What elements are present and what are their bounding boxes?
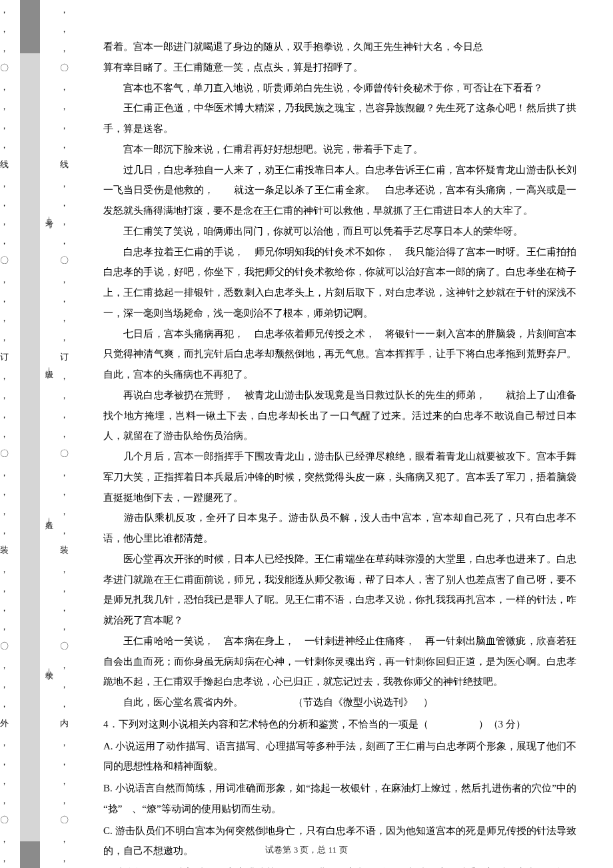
fold-mark: ， — [0, 372, 9, 380]
fold-mark: ， — [60, 141, 69, 149]
fold-mark: ， — [0, 314, 9, 322]
fold-mark: ， — [0, 757, 9, 766]
fold-mark: ， — [0, 738, 9, 747]
gutter-light-mid — [20, 53, 40, 841]
fold-mark: 〇 — [0, 642, 9, 650]
para-line: 看着。宫本一郎进门就喝退了身边的随从，双手抱拳说，久闻王先生神针大名，今日总 — [103, 37, 576, 57]
para-line: 自此，医心堂名震省内外。 （节选自《微型小说选刊》 ） — [103, 692, 576, 713]
fold-mark: 线 — [0, 160, 9, 169]
fold-mark: ， — [60, 217, 69, 226]
fold-mark: 〇 — [60, 815, 69, 824]
para-line: 王仁甫笑了笑说，咱俩师出同门，你就可以治他，而且可以凭着手艺尽享日本人的荣华呀。 — [103, 221, 576, 242]
fold-mark: ， — [60, 102, 69, 111]
fold-mark: ， — [0, 5, 9, 14]
school-label: 校学 — [45, 665, 54, 666]
para-line: 游击队乘机反攻，全歼了日本鬼子。游击队员不解，没人击中宫本，宫本却自己死了，只有… — [103, 508, 576, 549]
para-line: 医心堂再次开张的时候，日本人已经投降。王仁甫端坐在草药味弥漫的大堂里，白忠孝也进… — [103, 549, 576, 631]
fold-mark: 〇 — [0, 256, 9, 264]
fold-mark: 〇 — [60, 449, 69, 458]
fold-mark: ， — [60, 25, 69, 33]
fold-mark: ， — [0, 199, 9, 207]
class-label: 级班 — [45, 364, 54, 365]
fold-mark: ， — [60, 430, 69, 438]
fold-mark: 订 — [0, 352, 9, 361]
gutter-dark-top — [20, 0, 40, 53]
fold-mark: ， — [60, 738, 69, 747]
fold-mark: ， — [60, 565, 69, 574]
fold-mark: 装 — [60, 546, 69, 554]
fold-mark: ， — [0, 777, 9, 785]
fold-mark: ， — [0, 141, 9, 149]
fold-mark: ， — [0, 294, 9, 303]
fold-mark: ， — [60, 275, 69, 284]
fold-mark: ， — [60, 777, 69, 785]
fold-mark: ， — [60, 333, 69, 342]
fold-mark: ， — [60, 680, 69, 689]
fold-mark: 〇 — [0, 815, 9, 824]
fold-mark: ， — [0, 391, 9, 400]
fold-mark: ， — [60, 604, 69, 612]
fold-mark: 〇 — [60, 256, 69, 264]
fold-mark: ， — [60, 507, 69, 516]
fold-mark: 订 — [60, 352, 69, 361]
option-a[interactable]: A. 小说运用了动作描写、语言描写、心理描写等多种手法，刻画了王仁甫与白忠孝两个… — [103, 736, 576, 777]
fold-mark: ， — [0, 430, 9, 438]
fold-mark: 〇 — [60, 63, 69, 72]
fold-mark: ， — [0, 584, 9, 593]
fold-mark: ， — [0, 488, 9, 496]
option-d[interactable]: D. 小说设置伏笔来塑造人物和安排情节，如开篇描写白忠孝在听到日本兵的喧哗时手的… — [103, 863, 576, 868]
fold-mark: ， — [60, 391, 69, 400]
para-line: 几个月后，宫本一郎指挥手下围攻青龙山，游击队已经弹尽粮绝，眼看着青龙山就要被攻下… — [103, 446, 576, 508]
fold-mark: 内 — [60, 719, 69, 727]
exam-id-label: 号考 — [45, 213, 54, 215]
fold-mark: 〇 — [0, 63, 9, 72]
fold-mark: ， — [60, 584, 69, 593]
fold-mark: 线 — [60, 160, 69, 169]
para-line: 白忠孝拉着王仁甫的手说， 师兄你明知我的针灸术不如你， 我只能治得了宫本一时呀。… — [103, 242, 576, 324]
fold-mark: ， — [60, 372, 69, 380]
fold-mark: ， — [0, 526, 9, 535]
fold-mark: ， — [0, 604, 9, 612]
fold-mark: ， — [0, 333, 9, 342]
fold-mark: ， — [60, 199, 69, 207]
fold-mark: ， — [0, 83, 9, 91]
fold-mark: ， — [0, 102, 9, 111]
fold-mark: ， — [60, 83, 69, 91]
fold-mark: ， — [60, 236, 69, 245]
fold-mark: ， — [0, 622, 9, 631]
fold-mark: ， — [60, 835, 69, 843]
fold-mark: ， — [0, 44, 9, 53]
fold-mark: ， — [60, 757, 69, 766]
fold-mark: 装 — [0, 546, 9, 554]
para-line: 宫本也不客气，单刀直入地说，听贵师弟白先生说，令师曾传针灸秘术于你，可否让在下看… — [103, 78, 576, 99]
para-line: 王仁甫正色道，中华医术博大精深，乃我民族之瑰宝，岂容异族觊觎？先生死了这条心吧！… — [103, 98, 576, 139]
para-line: 过几日，白忠孝独自一人来了，劝王仁甫投靠日本人。白忠孝告诉王仁甫，宫本怀疑青龙山… — [103, 160, 576, 221]
binding-gutter: ，，，〇，，，，线，，，，〇，，，，订，，，，〇，，，，装，，，，〇，，，外，，… — [0, 0, 87, 868]
fold-mark: ， — [60, 488, 69, 496]
page-footer: 试卷第 3 页，总 11 页 — [0, 844, 613, 856]
fold-mark: ， — [60, 121, 69, 130]
fold-mark: ， — [0, 121, 9, 130]
fold-mark: ， — [60, 410, 69, 419]
fold-mark: ， — [60, 796, 69, 805]
fold-mark: ， — [60, 661, 69, 669]
fold-mark: ， — [0, 796, 9, 805]
fold-mark: ， — [60, 468, 69, 477]
para-line: 王仁甫哈哈一笑说， 宫本病在身上， 一针刺进神经止住痛疼， 再一针刺出脑血管微疵… — [103, 631, 576, 692]
fold-mark: ， — [0, 25, 9, 33]
question-4-stem: 4．下列对这则小说相关内容和艺术特色的分析和鉴赏，不恰当的一项是（ ）（3 分） — [103, 714, 576, 735]
fold-mark: ， — [60, 622, 69, 631]
option-b[interactable]: B. 小说语言自然而简练，用词准确而形象，如“捻起一枚银针，在麻油灯上燎过，然后… — [103, 778, 576, 819]
fold-mark: ， — [60, 294, 69, 303]
fold-mark: ， — [0, 507, 9, 516]
fold-mark: ， — [0, 410, 9, 419]
para-line: 算有幸目睹了。王仁甫随意一笑，点点头，算是打招呼了。 — [103, 57, 576, 78]
fold-mark: ， — [60, 314, 69, 322]
fold-mark: ， — [0, 835, 9, 843]
exam-info-strip: ＿＿＿＿＿号考 ＿＿＿＿＿级班 ＿＿＿＿＿名姓 ＿＿＿＿＿校学 — [40, 213, 57, 666]
fold-mark: ， — [60, 699, 69, 708]
fold-mark: ， — [0, 179, 9, 188]
fold-mark: ， — [0, 565, 9, 574]
fold-mark: ， — [60, 5, 69, 14]
fold-mark: ， — [60, 179, 69, 188]
